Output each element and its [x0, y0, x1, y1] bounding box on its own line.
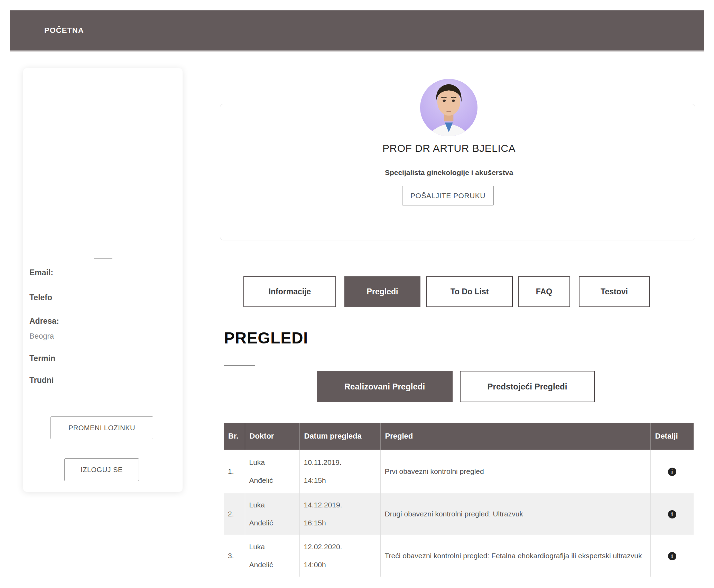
doctor-first-name: Luka [249, 453, 295, 471]
exam-date: 12.02.2020. [304, 538, 376, 556]
table-header-row: Br. Doktor Datum pregleda Pregled Detalj… [224, 423, 694, 450]
table-row: 1. Luka Anđelić 10.11.2019. 14:15h Prvi … [224, 450, 694, 493]
header-doktor: Doktor [245, 423, 299, 450]
cell-detalji: i [650, 493, 694, 535]
nav-home-link[interactable]: POČETNA [44, 10, 84, 50]
cell-pregled: Drugi obavezni kontrolni pregled: Ultraz… [380, 493, 650, 535]
top-nav-bar: POČETNA [10, 10, 704, 50]
cell-detalji: i [650, 450, 694, 493]
patient-sidebar-content: Email: Telefo Adresa: Beogra Termin Trud… [23, 68, 183, 492]
table-row: 3. Luka Anđelić 12.02.2020. 14:00h Treći… [224, 535, 694, 577]
tab-to-do-list[interactable]: To Do List [426, 276, 513, 307]
header-detalji: Detalji [650, 423, 694, 450]
page-title: PREGLEDI [224, 329, 308, 347]
logout-button[interactable]: IZLOGUJ SE [64, 458, 139, 481]
address-label: Adresa: [29, 316, 59, 326]
info-icon[interactable]: i [668, 510, 676, 518]
header-br: Br. [224, 423, 245, 450]
doctor-last-name: Anđelić [249, 514, 295, 532]
cell-pregled: Treći obavezni kontrolni pregled: Fetaln… [380, 535, 650, 577]
cell-doctor: Luka Anđelić [245, 535, 299, 577]
doctor-last-name: Anđelić [249, 471, 295, 489]
email-label: Email: [29, 268, 53, 277]
cell-doctor: Luka Anđelić [245, 493, 299, 535]
cell-date: 12.02.2020. 14:00h [299, 535, 380, 577]
send-message-button[interactable]: POŠALJITE PORUKU [402, 186, 494, 205]
exam-time: 14:00h [304, 556, 376, 574]
cell-br: 2. [224, 493, 245, 535]
change-password-button[interactable]: PROMENI LOZINKU [50, 416, 153, 439]
pregnancy-label: Trudni [29, 376, 54, 385]
title-divider [224, 365, 255, 366]
header-datum: Datum pregleda [299, 423, 380, 450]
info-icon[interactable]: i [668, 468, 676, 476]
table-row: 2. Luka Anđelić 14.12.2019. 16:15h Drugi… [224, 493, 694, 535]
phone-label: Telefo [29, 293, 52, 302]
info-icon[interactable]: i [668, 552, 676, 560]
tab-pregledi[interactable]: Pregledi [344, 276, 420, 307]
cell-pregled: Prvi obavezni kontrolni pregled [380, 450, 650, 493]
tab-testovi[interactable]: Testovi [579, 276, 650, 307]
tab-informacije[interactable]: Informacije [243, 276, 336, 307]
doctor-avatar [420, 79, 477, 136]
cell-br: 1. [224, 450, 245, 493]
cell-date: 10.11.2019. 14:15h [299, 450, 380, 493]
cell-doctor: Luka Anđelić [245, 450, 299, 493]
appointments-table: Br. Doktor Datum pregleda Pregled Detalj… [224, 423, 694, 577]
exam-time: 14:15h [304, 471, 376, 489]
exam-date: 10.11.2019. [304, 453, 376, 471]
appointment-label: Termin [29, 354, 55, 363]
address-value: Beogra [29, 332, 54, 341]
doctor-first-name: Luka [249, 538, 295, 556]
cell-br: 3. [224, 535, 245, 577]
tab-faq[interactable]: FAQ [518, 276, 570, 307]
doctor-name: PROF DR ARTUR BJELICA [211, 143, 687, 154]
doctor-first-name: Luka [249, 496, 295, 514]
page: POČETNA Email: Telefo Adresa: Beogra Ter… [0, 0, 714, 588]
exam-time: 16:15h [304, 514, 376, 532]
doctor-photo-illustration [420, 79, 477, 136]
filter-predstojeci-pregledi[interactable]: Predstojeći Pregledi [460, 371, 595, 402]
doctor-last-name: Anđelić [249, 556, 295, 574]
cell-date: 14.12.2019. 16:15h [299, 493, 380, 535]
cell-detalji: i [650, 535, 694, 577]
header-pregled: Pregled [380, 423, 650, 450]
filter-realizovani-pregledi[interactable]: Realizovani Pregledi [317, 371, 453, 402]
doctor-specialty: Specijalista ginekologije i akušerstva [211, 168, 687, 177]
exam-date: 14.12.2019. [304, 496, 376, 514]
